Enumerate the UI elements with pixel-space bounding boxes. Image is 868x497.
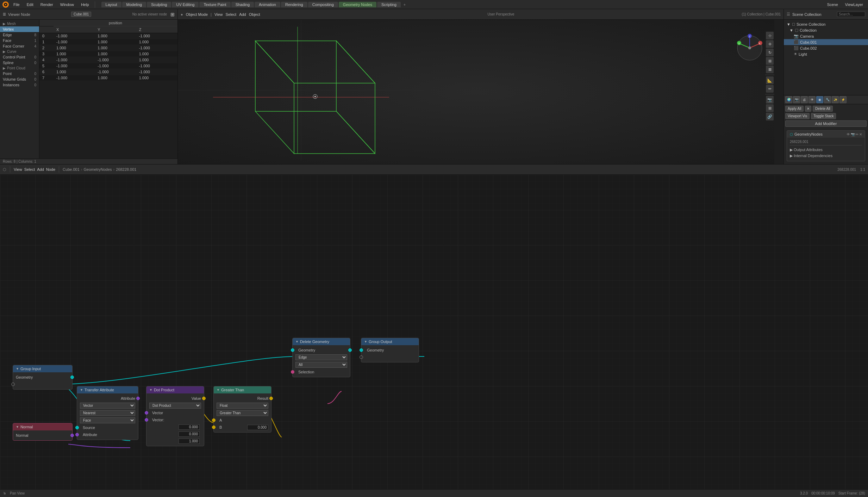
sidebar-mesh-section[interactable]: ▶ Mesh (0, 21, 39, 26)
vp-relation-tool[interactable]: 🔗 (766, 113, 774, 120)
group-input-geometry-socket[interactable] (70, 375, 74, 379)
tab-layout[interactable]: Layout (101, 2, 121, 7)
dot-product-value-socket[interactable] (202, 397, 206, 400)
group-output-geo-socket[interactable] (360, 348, 363, 352)
breadcrumb-geom-nodes[interactable]: GeometryNodes (84, 167, 112, 172)
node-node-btn[interactable]: Node (46, 167, 55, 172)
tab-texture-paint[interactable]: Texture Paint (199, 2, 230, 7)
tab-sculpting[interactable]: Sculpting (147, 2, 171, 7)
gn-render-icon[interactable]: 📷 (851, 132, 855, 136)
props-render-tab[interactable]: 📷 (793, 96, 800, 103)
transfer-attr-type-select[interactable]: Vector (80, 403, 135, 409)
tab-scripting[interactable]: Scripting (377, 2, 401, 7)
props-physics-tab[interactable]: ⚡ (839, 96, 847, 103)
nav-gizmo[interactable]: X Y Z (736, 34, 764, 62)
tab-compositing[interactable]: Compositing (308, 2, 338, 7)
transfer-attr-source-socket[interactable] (75, 426, 79, 429)
outliner-search[interactable] (837, 12, 865, 17)
props-object-tab[interactable]: ◉ (816, 96, 823, 103)
dot-product-vec1-socket[interactable] (145, 411, 148, 415)
transfer-attr-mapping-select-el[interactable]: Nearest (80, 410, 135, 416)
delete-geometry-header[interactable]: ▼ Delete Geometry (293, 338, 350, 345)
dot-product-vec2-socket[interactable] (145, 418, 148, 422)
vp-move-tool[interactable]: ✛ (766, 40, 774, 48)
transfer-attr-domain-select-el[interactable]: Face (80, 417, 135, 423)
sidebar-edge[interactable]: Edge 8 (0, 32, 39, 38)
vp-rotate-tool[interactable]: ↻ (766, 49, 774, 56)
vp-annotate-tool[interactable]: ✏ (766, 85, 774, 93)
viewport-vis-btn[interactable]: Viewport Vis (785, 113, 810, 119)
sidebar-curve-section[interactable]: ▶ Curve (0, 49, 39, 54)
vp-scale-tool[interactable]: ⊞ (766, 57, 774, 65)
sidebar-spline[interactable]: Spline 0 (0, 60, 39, 66)
normal-output-socket[interactable] (70, 434, 74, 437)
delete-geo-output-socket[interactable] (348, 348, 352, 352)
node-select-btn[interactable]: Select (24, 167, 35, 172)
transfer-attr-header[interactable]: ▼ Transfer Attribute (77, 386, 138, 393)
greater-than-a-socket[interactable] (212, 418, 216, 422)
internal-deps-toggle[interactable]: ▶ Internal Dependencies (790, 153, 862, 159)
menu-file[interactable]: File (11, 2, 23, 7)
outliner-collection[interactable]: ▼ ▢ Collection (784, 27, 868, 33)
gn-delete-icon[interactable]: ✕ (859, 132, 862, 136)
gn-edit-icon[interactable]: ✏ (856, 132, 858, 136)
tab-shading[interactable]: Shading (231, 2, 254, 7)
greater-than-b-input[interactable] (247, 425, 268, 430)
close-apply-all-btn[interactable]: ✕ (805, 106, 811, 112)
viewport-3d[interactable]: X Y Z ⊹ ✛ (178, 20, 774, 164)
toggle-stack-btn[interactable]: Toggle Stack (811, 113, 836, 119)
outliner-camera[interactable]: 📷 Camera (784, 33, 868, 39)
sidebar-pointcloud-section[interactable]: ▶ Point Cloud (0, 66, 39, 71)
outliner-light[interactable]: ☀ Light (784, 51, 868, 57)
delete-geo-domain-el[interactable]: Edge (295, 354, 347, 360)
props-particles-tab[interactable]: ✨ (832, 96, 839, 103)
delete-all-btn[interactable]: Delete All (813, 106, 832, 112)
tab-add[interactable]: + (401, 2, 408, 7)
tab-uv-editing[interactable]: UV Editing (172, 2, 199, 7)
greater-than-result-socket[interactable] (269, 397, 273, 400)
vp-transform-tool[interactable]: ⊠ (766, 66, 774, 73)
sidebar-face[interactable]: Face 1 (0, 38, 39, 43)
greater-than-op-el[interactable]: Greater Than (217, 410, 268, 416)
vp-select-tool[interactable]: ⊹ (766, 32, 774, 39)
transfer-attr-output-socket[interactable] (136, 397, 140, 400)
delete-geo-selection-socket[interactable] (291, 370, 294, 374)
menu-window[interactable]: Window (57, 2, 77, 7)
group-output-header[interactable]: ▼ Group Output (361, 338, 419, 345)
outliner-scene-collection[interactable]: ▼ ◻ Scene Collection (784, 21, 868, 27)
props-scene-tab[interactable]: 🌍 (785, 96, 792, 103)
sidebar-volume-grids[interactable]: Volume Grids 0 (0, 76, 39, 82)
breadcrumb-id[interactable]: 268228.001 (116, 167, 136, 172)
viewport-panel[interactable]: ● Object Mode | View Select Add Object U… (178, 9, 783, 164)
props-modifier-tab[interactable]: 🔧 (824, 96, 831, 103)
sidebar-vertex[interactable]: Vertex (0, 26, 39, 32)
spreadsheet-filter-icon[interactable]: ⊞ (170, 12, 175, 17)
props-view-tab[interactable]: 👁 (808, 96, 816, 103)
dot-product-header[interactable]: ▼ Dot Product (146, 386, 204, 393)
transfer-attr-attr-input-socket[interactable] (75, 433, 79, 436)
spreadsheet-object[interactable]: Cube.001 (71, 12, 91, 17)
menu-edit[interactable]: Edit (24, 2, 36, 7)
tab-animation[interactable]: Animation (255, 2, 280, 7)
dot-product-y-input[interactable] (179, 431, 200, 437)
tab-geometry-nodes[interactable]: Geometry Nodes (339, 2, 376, 7)
apply-all-btn[interactable]: Apply All (785, 106, 804, 112)
menu-render[interactable]: Render (38, 2, 56, 7)
greater-than-header[interactable]: ▼ Greater Than (214, 386, 271, 393)
tab-modeling[interactable]: Modeling (122, 2, 146, 7)
outliner-cube-001[interactable]: ⬛ Cube.001 (784, 39, 868, 45)
delete-geo-mode-el[interactable]: All (295, 362, 347, 368)
geometry-nodes-modifier-header[interactable]: ⬡ GeometryNodes 👁 📷 ✏ ✕ (787, 131, 865, 138)
dot-product-type-select-el[interactable]: Dot Product (149, 403, 201, 409)
node-view-btn[interactable]: View (14, 167, 22, 172)
gn-visibility-icon[interactable]: 👁 (847, 132, 850, 136)
delete-geo-input-socket[interactable] (291, 348, 294, 352)
greater-than-type-el[interactable]: Float (217, 403, 268, 409)
node-add-btn[interactable]: Add (37, 167, 44, 172)
sidebar-instances[interactable]: Instances 0 (0, 82, 39, 88)
vp-measure-tool[interactable]: 📐 (766, 76, 774, 84)
outliner-cube-002[interactable]: ⬛ Cube.002 (784, 45, 868, 51)
normal-header[interactable]: ▼ Normal (13, 423, 72, 430)
dot-product-z-input[interactable] (179, 439, 200, 444)
props-output-tab[interactable]: 🖨 (801, 96, 808, 103)
